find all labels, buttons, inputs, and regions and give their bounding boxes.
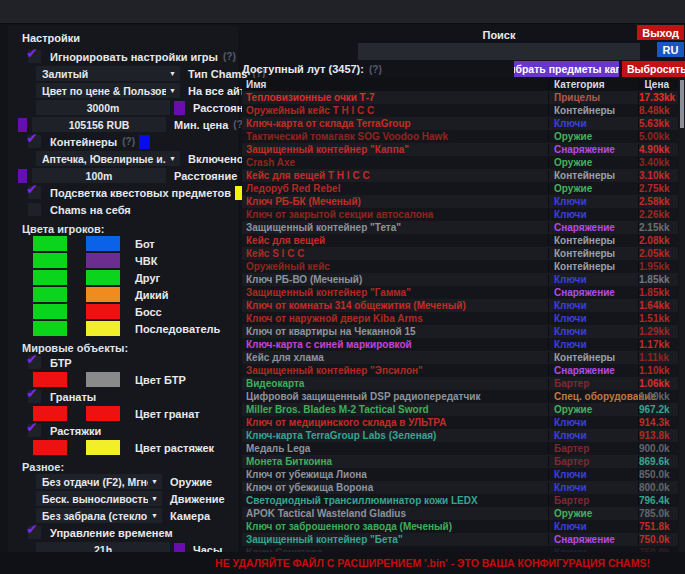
checkbox[interactable]: ✔ [28,50,41,63]
color-swatch[interactable] [33,372,67,387]
checkbox[interactable]: ✔ [28,135,41,148]
exit-button[interactable]: Выход [637,25,684,40]
table-row[interactable]: Тепловизионные очки Т-7Прицелы17.33kk [242,91,678,104]
table-row[interactable]: Ключ РБ-БК (Меченый)Ключи2.58kk [242,195,678,208]
loot-hint-icon[interactable]: (?) [369,64,382,75]
table-row[interactable]: Ключ-карта от склада TerraGroupКлючи5.63… [242,117,678,130]
table-row[interactable]: ВидеокартаБартер1.06kk [242,377,678,390]
table-row[interactable]: Ключ-карта с синей маркировкойКлючи1.17k… [242,338,678,351]
item-category: Спец. оборудование [548,391,638,402]
color-swatch[interactable] [33,406,67,421]
scrollbar-thumb[interactable] [680,80,684,128]
table-row[interactable]: Miller Bros. Blades M-2 Tactical SwordОр… [242,403,678,416]
table-row[interactable]: Медаль LegaБартер900.0k [242,442,678,455]
help-icon[interactable]: (?) [223,51,236,62]
item-category: Контейнеры [548,352,638,363]
table-row[interactable]: Ледоруб Red RebelОружие2.75kk [242,182,678,195]
color-swatch[interactable] [86,236,120,251]
table-row[interactable]: Ключ от заброшенного завода (Меченый)Клю… [242,520,678,533]
color-swatch[interactable] [33,236,67,251]
color-swatch[interactable] [86,372,120,387]
text-input[interactable]: 3000m [36,100,170,115]
column-header-name[interactable]: Имя [242,79,548,90]
text-input[interactable]: 105156 RUB [32,117,166,132]
color-swatch[interactable] [86,440,120,455]
settings-row: ✔Растяжки [8,422,238,439]
table-row[interactable]: Монета БиткоинаБартер869.6k [242,455,678,468]
column-header-price[interactable]: Цена [638,79,678,90]
help-icon[interactable]: (?) [122,136,135,147]
table-row[interactable]: Защищенный контейнер "Каппа"Снаряжение4.… [242,143,678,156]
color-swatch[interactable] [86,321,120,336]
checkbox-label: БТР [50,357,72,369]
select-kappa-items-button[interactable]: Выбрать предметы каппа [514,61,619,77]
checkbox-label: Игнорировать настройки игры [50,51,218,63]
table-row[interactable]: APOK Tactical Wasteland GladiusОружие785… [242,507,678,520]
table-row[interactable]: Ключ от квартиры на Чеканной 15Ключи1.29… [242,325,678,338]
dropdown[interactable]: Аптечка, Ювелирные и...▼ [36,151,180,166]
table-scrollbar[interactable] [679,78,685,552]
table-row[interactable]: Ключ от закрытой секции автосалонаКлючи2… [242,208,678,221]
color-swatch[interactable] [174,101,185,115]
color-swatch[interactable] [33,253,67,268]
table-row[interactable]: Ключ-карта TerraGroup Labs (Зеленая)Ключ… [242,429,678,442]
item-name: Ключ от убежища Лиона [242,469,548,480]
text-input[interactable]: 100m [32,168,166,183]
table-row[interactable]: Защищенный контейнер "Тета"Снаряжение2.1… [242,221,678,234]
language-button[interactable]: RU [657,42,684,57]
table-row[interactable]: Ключ от комнаты 314 общежития (Меченый)К… [242,299,678,312]
settings-row: Дикий [8,286,238,303]
table-row[interactable]: Оружейный кейсКонтейнеры1.95kk [242,260,678,273]
color-swatch[interactable] [33,304,67,319]
item-category: Ключи [548,521,638,532]
color-swatch[interactable] [86,304,120,319]
dropdown[interactable]: Без отдачи (F2), Мгновенное п▼ [36,474,162,489]
table-row[interactable]: Светодиодный трансиллюминатор кожи LEDXБ… [242,494,678,507]
table-row[interactable]: Ключ от убежища ВоронаКлючи800.0k [242,481,678,494]
table-row[interactable]: Защищенный контейнер "Эпсилон"Снаряжение… [242,364,678,377]
table-row[interactable]: Кейс для вещейКонтейнеры2.08kk [242,234,678,247]
checkbox[interactable]: ✔ [28,390,41,403]
color-swatch[interactable] [33,440,67,455]
checkbox-label: Подсветка квестовых предметов [50,187,231,199]
color-swatch[interactable] [33,321,67,336]
table-row[interactable]: Ключ от наружной двери Kiba ArmsКлючи1.5… [242,312,678,325]
table-row[interactable]: Ключ от медицинского склада в УЛЬТРАКлюч… [242,416,678,429]
dropdown[interactable]: Без забрала (стекло шлема)▼ [36,508,162,523]
search-input[interactable] [358,43,640,60]
dropdown[interactable]: Залитый▼ [36,66,180,81]
checkbox[interactable]: ✔ [28,356,41,369]
item-name: Защищенный контейнер "Тета" [242,222,548,233]
table-row[interactable]: Защищенный контейнер "Бета"Снаряжение750… [242,533,678,546]
item-category: Ключи [548,430,638,441]
color-swatch[interactable] [139,135,150,149]
table-row[interactable]: Защищенный контейнер "Гамма"Снаряжение1.… [242,286,678,299]
table-row[interactable]: Кейс для вещей T H I C CКонтейнеры3.10kk [242,169,678,182]
table-row[interactable]: Ключ от убежища ЛионаКлючи850.0k [242,468,678,481]
settings-row: ✔Подсветка квестовых предметов [8,184,238,201]
table-row[interactable]: Оружейный кейс T H I C CКонтейнеры8.48kk [242,104,678,117]
color-swatch[interactable] [33,287,67,302]
dropdown[interactable]: Цвет по цене & Пользователь▼ [36,83,180,98]
column-header-category[interactable]: Категория [548,79,638,90]
dropdown[interactable]: Беск. выносливость и нет уста▼ [36,491,162,506]
color-swatch[interactable] [86,406,120,421]
checkbox[interactable]: ✔ [28,526,41,539]
item-name: Ключ от наружной двери Kiba Arms [242,313,548,324]
item-category: Прицелы [548,92,638,103]
checkbox[interactable]: ✔ [28,424,41,437]
color-swatch[interactable] [86,253,120,268]
table-row[interactable]: Ключ РБ-ВО (Меченый)Ключи1.85kk [242,273,678,286]
table-row[interactable]: Кейс S I C CКонтейнеры2.05kk [242,247,678,260]
drop-all-button[interactable]: Выбросить все [622,61,685,77]
table-row[interactable]: Кейс для хламаКонтейнеры1.11kk [242,351,678,364]
color-swatch[interactable] [86,270,120,285]
table-row[interactable]: Тактический томагавк SOG Voodoo HawkОруж… [242,130,678,143]
table-row[interactable]: Crash AxeОружие3.40kk [242,156,678,169]
table-row[interactable]: Цифровой защищенный DSP радиопередатчикС… [242,390,678,403]
color-swatch[interactable] [86,287,120,302]
color-swatch[interactable] [33,270,67,285]
checkbox[interactable] [28,203,41,216]
checkbox[interactable]: ✔ [28,186,41,199]
settings-row: Босс [8,303,238,320]
